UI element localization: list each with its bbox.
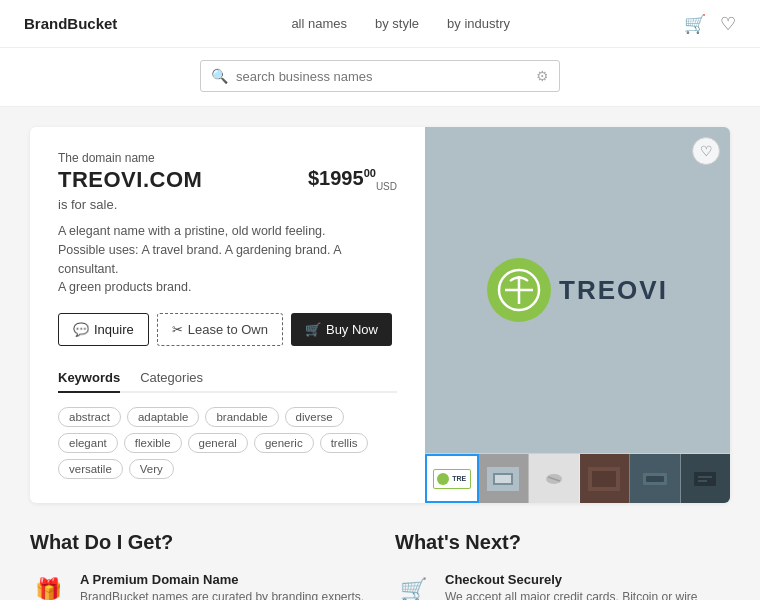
product-card: The domain name TREOVI.COM $199500USD is… xyxy=(30,127,730,503)
thumb-4-img xyxy=(588,467,620,491)
svg-rect-10 xyxy=(592,471,616,487)
what-i-get-title: What Do I Get? xyxy=(30,531,365,554)
thumb-5-img xyxy=(639,467,671,491)
wishlist-icon[interactable]: ♡ xyxy=(720,13,736,35)
thumb-logo[interactable]: TRE xyxy=(425,454,479,503)
thumb-3[interactable] xyxy=(529,454,580,503)
tab-keywords[interactable]: Keywords xyxy=(58,364,120,393)
feature-checkout: 🛒 Checkout Securely We accept all major … xyxy=(395,572,730,600)
logo-circle xyxy=(487,258,551,322)
domain-label: The domain name xyxy=(58,151,397,165)
feature-desc: We accept all major credit cards, Bitcoi… xyxy=(445,589,730,600)
for-sale-label: is for sale. xyxy=(58,197,397,212)
logo: BrandBucket xyxy=(24,15,117,32)
whats-next-title: What's Next? xyxy=(395,531,730,554)
tag[interactable]: abstract xyxy=(58,407,121,427)
cart-btn-icon: 🛒 xyxy=(305,322,321,337)
thumb-2[interactable] xyxy=(479,454,530,503)
description: A elegant name with a pristine, old worl… xyxy=(58,222,397,297)
action-buttons: 💬 Inquire ✂ Lease to Own 🛒 Buy Now xyxy=(58,313,397,346)
save-button[interactable]: ♡ xyxy=(692,137,720,165)
thumb-6[interactable] xyxy=(681,454,731,503)
lease-button[interactable]: ✂ Lease to Own xyxy=(157,313,283,346)
tag[interactable]: brandable xyxy=(205,407,278,427)
tag[interactable]: adaptable xyxy=(127,407,200,427)
thumb-2-img xyxy=(487,467,519,491)
svg-rect-5 xyxy=(495,475,511,483)
thumbnail-strip: TRE xyxy=(425,453,730,503)
chat-icon: 💬 xyxy=(73,322,89,337)
thumb-5[interactable] xyxy=(630,454,681,503)
search-area: 🔍 ⚙ xyxy=(0,48,760,107)
tabs: Keywords Categories xyxy=(58,364,397,393)
buy-button[interactable]: 🛒 Buy Now xyxy=(291,313,392,346)
feature-text: Checkout Securely We accept all major cr… xyxy=(445,572,730,600)
header: BrandBucket all names by style by indust… xyxy=(0,0,760,48)
nav: all names by style by industry xyxy=(291,16,510,31)
search-icon: 🔍 xyxy=(211,68,228,84)
feature-desc: BrandBucket names are curated by brandin… xyxy=(80,589,364,600)
search-input[interactable] xyxy=(236,69,536,84)
bottom-section: What Do I Get? 🎁 A Premium Domain Name B… xyxy=(30,531,730,600)
tags-list: abstract adaptable brandable diverse ele… xyxy=(58,407,397,479)
tag[interactable]: versatile xyxy=(58,459,123,479)
feature-premium-domain: 🎁 A Premium Domain Name BrandBucket name… xyxy=(30,572,365,600)
tag[interactable]: general xyxy=(188,433,248,453)
search-bar: 🔍 ⚙ xyxy=(200,60,560,92)
tag[interactable]: diverse xyxy=(285,407,344,427)
logo-svg xyxy=(497,268,541,312)
logo-preview: TREOVI xyxy=(487,258,668,322)
tag[interactable]: trellis xyxy=(320,433,369,453)
scissors-icon: ✂ xyxy=(172,322,183,337)
what-i-get: What Do I Get? 🎁 A Premium Domain Name B… xyxy=(30,531,365,600)
price-cents: 00 xyxy=(364,167,376,179)
price: $199500USD xyxy=(308,167,397,189)
brand-name: TREOVI xyxy=(559,275,668,306)
tab-categories[interactable]: Categories xyxy=(140,364,203,391)
checkout-icon: 🛒 xyxy=(395,572,431,600)
tag[interactable]: generic xyxy=(254,433,314,453)
inquire-button[interactable]: 💬 Inquire xyxy=(58,313,149,346)
tag[interactable]: Very xyxy=(129,459,174,479)
card-right: ♡ TREOVI xyxy=(425,127,730,503)
card-left: The domain name TREOVI.COM $199500USD is… xyxy=(30,127,425,503)
price-currency: USD xyxy=(376,181,397,192)
feature-title: Checkout Securely xyxy=(445,572,730,587)
cart-icon[interactable]: 🛒 xyxy=(684,13,706,35)
tag[interactable]: flexible xyxy=(124,433,182,453)
header-icons: 🛒 ♡ xyxy=(684,13,736,35)
thumb-6-img xyxy=(689,467,721,491)
gift-icon: 🎁 xyxy=(30,572,66,600)
filter-icon[interactable]: ⚙ xyxy=(536,68,549,84)
nav-by-industry[interactable]: by industry xyxy=(447,16,510,31)
price-block: $199500USD xyxy=(308,167,397,192)
svg-rect-13 xyxy=(646,476,664,482)
logo-preview-area: ♡ TREOVI xyxy=(425,127,730,453)
tag[interactable]: elegant xyxy=(58,433,118,453)
nav-all-names[interactable]: all names xyxy=(291,16,347,31)
feature-text: A Premium Domain Name BrandBucket names … xyxy=(80,572,364,600)
thumb-3-img xyxy=(538,467,570,491)
main-content: The domain name TREOVI.COM $199500USD is… xyxy=(0,107,760,600)
whats-next: What's Next? 🛒 Checkout Securely We acce… xyxy=(395,531,730,600)
domain-header: TREOVI.COM $199500USD xyxy=(58,167,397,193)
nav-by-style[interactable]: by style xyxy=(375,16,419,31)
svg-rect-15 xyxy=(694,472,716,486)
thumb-4[interactable] xyxy=(580,454,631,503)
feature-title: A Premium Domain Name xyxy=(80,572,364,587)
domain-name: TREOVI.COM xyxy=(58,167,202,193)
price-whole: $1995 xyxy=(308,167,364,189)
